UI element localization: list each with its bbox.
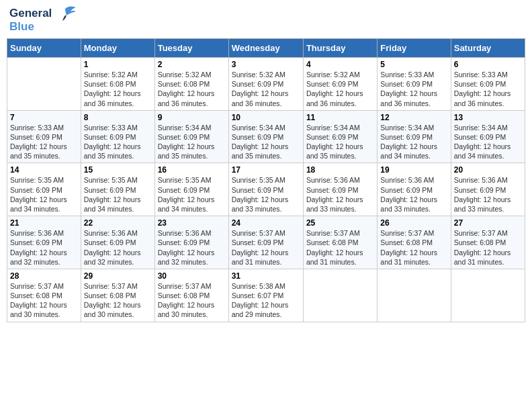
day-info: Sunrise: 5:34 AM Sunset: 6:09 PM Dayligh… <box>232 123 300 161</box>
calendar-cell: 4Sunrise: 5:32 AM Sunset: 6:09 PM Daylig… <box>303 58 377 111</box>
day-info: Sunrise: 5:33 AM Sunset: 6:09 PM Dayligh… <box>380 70 447 108</box>
day-info: Sunrise: 5:34 AM Sunset: 6:09 PM Dayligh… <box>380 123 447 161</box>
day-number: 18 <box>306 165 374 175</box>
col-header-thursday: Thursday <box>303 39 377 58</box>
day-info: Sunrise: 5:37 AM Sunset: 6:08 PM Dayligh… <box>306 228 374 267</box>
calendar-cell: 16Sunrise: 5:35 AM Sunset: 6:09 PM Dayli… <box>154 163 228 216</box>
day-number: 14 <box>10 165 78 175</box>
day-number: 9 <box>158 113 226 122</box>
logo-text: General Blue <box>9 7 52 33</box>
calendar-week-4: 21Sunrise: 5:36 AM Sunset: 6:09 PM Dayli… <box>7 216 525 269</box>
calendar-week-1: 1Sunrise: 5:32 AM Sunset: 6:08 PM Daylig… <box>7 58 525 111</box>
day-info: Sunrise: 5:37 AM Sunset: 6:08 PM Dayligh… <box>380 228 447 267</box>
calendar-cell: 8Sunrise: 5:33 AM Sunset: 6:09 PM Daylig… <box>81 110 154 163</box>
day-number: 7 <box>10 113 78 122</box>
day-info: Sunrise: 5:35 AM Sunset: 6:09 PM Dayligh… <box>84 175 152 214</box>
day-number: 4 <box>306 60 374 69</box>
calendar-cell: 9Sunrise: 5:34 AM Sunset: 6:09 PM Daylig… <box>154 110 228 163</box>
day-number: 20 <box>454 165 522 175</box>
day-info: Sunrise: 5:33 AM Sunset: 6:09 PM Dayligh… <box>454 70 522 108</box>
day-number: 1 <box>84 60 152 69</box>
day-info: Sunrise: 5:33 AM Sunset: 6:09 PM Dayligh… <box>10 123 78 161</box>
day-info: Sunrise: 5:34 AM Sunset: 6:09 PM Dayligh… <box>306 123 374 161</box>
calendar-cell <box>451 269 525 322</box>
calendar-cell <box>7 58 81 111</box>
day-info: Sunrise: 5:35 AM Sunset: 6:09 PM Dayligh… <box>232 175 300 214</box>
calendar-cell: 29Sunrise: 5:37 AM Sunset: 6:08 PM Dayli… <box>81 269 154 322</box>
day-number: 26 <box>380 218 447 228</box>
day-number: 16 <box>158 165 226 175</box>
day-info: Sunrise: 5:36 AM Sunset: 6:09 PM Dayligh… <box>454 175 522 214</box>
calendar-cell: 3Sunrise: 5:32 AM Sunset: 6:09 PM Daylig… <box>228 58 303 111</box>
day-info: Sunrise: 5:34 AM Sunset: 6:09 PM Dayligh… <box>454 123 522 161</box>
day-info: Sunrise: 5:32 AM Sunset: 6:08 PM Dayligh… <box>158 70 226 108</box>
day-number: 24 <box>232 218 300 228</box>
day-number: 23 <box>158 218 226 228</box>
day-info: Sunrise: 5:36 AM Sunset: 6:09 PM Dayligh… <box>10 228 78 267</box>
day-info: Sunrise: 5:36 AM Sunset: 6:09 PM Dayligh… <box>84 228 152 267</box>
calendar-cell: 6Sunrise: 5:33 AM Sunset: 6:09 PM Daylig… <box>451 58 525 111</box>
day-info: Sunrise: 5:37 AM Sunset: 6:08 PM Dayligh… <box>84 281 152 320</box>
calendar-week-2: 7Sunrise: 5:33 AM Sunset: 6:09 PM Daylig… <box>7 110 525 163</box>
day-number: 12 <box>380 113 447 122</box>
calendar-cell: 24Sunrise: 5:37 AM Sunset: 6:09 PM Dayli… <box>228 216 303 269</box>
calendar-cell: 5Sunrise: 5:33 AM Sunset: 6:09 PM Daylig… <box>378 58 451 111</box>
day-info: Sunrise: 5:34 AM Sunset: 6:09 PM Dayligh… <box>158 123 226 161</box>
day-info: Sunrise: 5:37 AM Sunset: 6:08 PM Dayligh… <box>454 228 522 267</box>
calendar-cell: 2Sunrise: 5:32 AM Sunset: 6:08 PM Daylig… <box>154 58 228 111</box>
col-header-monday: Monday <box>81 39 154 58</box>
day-info: Sunrise: 5:33 AM Sunset: 6:09 PM Dayligh… <box>84 123 152 161</box>
calendar-cell: 28Sunrise: 5:37 AM Sunset: 6:08 PM Dayli… <box>7 269 81 322</box>
col-header-friday: Friday <box>378 39 451 58</box>
day-number: 2 <box>158 60 226 69</box>
day-info: Sunrise: 5:35 AM Sunset: 6:09 PM Dayligh… <box>158 175 226 214</box>
day-number: 15 <box>84 165 152 175</box>
day-info: Sunrise: 5:35 AM Sunset: 6:09 PM Dayligh… <box>10 175 78 214</box>
day-number: 10 <box>232 113 300 122</box>
logo-bird-icon <box>53 5 77 26</box>
calendar-cell <box>303 269 377 322</box>
day-number: 29 <box>84 271 152 281</box>
calendar-cell: 13Sunrise: 5:34 AM Sunset: 6:09 PM Dayli… <box>451 110 525 163</box>
calendar-cell: 30Sunrise: 5:37 AM Sunset: 6:08 PM Dayli… <box>154 269 228 322</box>
calendar-cell: 25Sunrise: 5:37 AM Sunset: 6:08 PM Dayli… <box>303 216 377 269</box>
calendar-cell: 15Sunrise: 5:35 AM Sunset: 6:09 PM Dayli… <box>81 163 154 216</box>
calendar-cell: 27Sunrise: 5:37 AM Sunset: 6:08 PM Dayli… <box>451 216 525 269</box>
calendar-cell: 31Sunrise: 5:38 AM Sunset: 6:07 PM Dayli… <box>228 269 303 322</box>
day-number: 25 <box>306 218 374 228</box>
calendar-cell: 7Sunrise: 5:33 AM Sunset: 6:09 PM Daylig… <box>7 110 81 163</box>
calendar-cell: 14Sunrise: 5:35 AM Sunset: 6:09 PM Dayli… <box>7 163 81 216</box>
calendar-week-5: 28Sunrise: 5:37 AM Sunset: 6:08 PM Dayli… <box>7 269 525 322</box>
day-number: 8 <box>84 113 152 122</box>
calendar-cell: 26Sunrise: 5:37 AM Sunset: 6:08 PM Dayli… <box>378 216 451 269</box>
day-info: Sunrise: 5:36 AM Sunset: 6:09 PM Dayligh… <box>158 228 226 267</box>
calendar-cell: 11Sunrise: 5:34 AM Sunset: 6:09 PM Dayli… <box>303 110 377 163</box>
calendar-cell <box>378 269 451 322</box>
day-number: 3 <box>232 60 300 69</box>
calendar-cell: 10Sunrise: 5:34 AM Sunset: 6:09 PM Dayli… <box>228 110 303 163</box>
page-header: General Blue <box>7 7 525 33</box>
day-info: Sunrise: 5:32 AM Sunset: 6:09 PM Dayligh… <box>306 70 374 108</box>
calendar-cell: 17Sunrise: 5:35 AM Sunset: 6:09 PM Dayli… <box>228 163 303 216</box>
calendar-cell: 12Sunrise: 5:34 AM Sunset: 6:09 PM Dayli… <box>378 110 451 163</box>
day-number: 5 <box>380 60 447 69</box>
col-header-wednesday: Wednesday <box>228 39 303 58</box>
day-number: 19 <box>380 165 447 175</box>
calendar-week-3: 14Sunrise: 5:35 AM Sunset: 6:09 PM Dayli… <box>7 163 525 216</box>
col-header-saturday: Saturday <box>451 39 525 58</box>
logo: General Blue <box>9 7 77 33</box>
day-info: Sunrise: 5:36 AM Sunset: 6:09 PM Dayligh… <box>306 175 374 214</box>
day-number: 6 <box>454 60 522 69</box>
calendar-table: SundayMondayTuesdayWednesdayThursdayFrid… <box>7 38 525 322</box>
calendar-cell: 23Sunrise: 5:36 AM Sunset: 6:09 PM Dayli… <box>154 216 228 269</box>
day-info: Sunrise: 5:38 AM Sunset: 6:07 PM Dayligh… <box>232 281 300 320</box>
col-header-sunday: Sunday <box>7 39 81 58</box>
day-number: 30 <box>158 271 226 281</box>
day-info: Sunrise: 5:32 AM Sunset: 6:08 PM Dayligh… <box>84 70 152 108</box>
day-number: 13 <box>454 113 522 122</box>
calendar-cell: 18Sunrise: 5:36 AM Sunset: 6:09 PM Dayli… <box>303 163 377 216</box>
calendar-cell: 20Sunrise: 5:36 AM Sunset: 6:09 PM Dayli… <box>451 163 525 216</box>
col-header-tuesday: Tuesday <box>154 39 228 58</box>
day-number: 27 <box>454 218 522 228</box>
day-info: Sunrise: 5:37 AM Sunset: 6:08 PM Dayligh… <box>10 281 78 320</box>
